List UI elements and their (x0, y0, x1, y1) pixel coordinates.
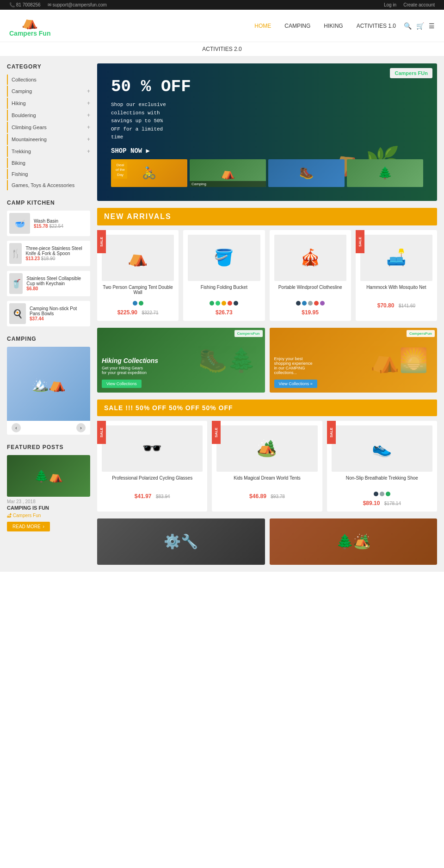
camping-carousel-section: CAMPING 🏔️⛺ ‹ › (7, 336, 90, 435)
email-address: ✉ support@campersfun.com (48, 2, 107, 7)
product-image-0: ⛺ (102, 235, 174, 281)
sale-badge-sp1: SALE (212, 421, 221, 444)
sale-product-image-2: 👟 (332, 425, 432, 472)
main-container: CATEGORY Collections Camping + Hiking + … (0, 56, 444, 572)
sale-product-image-1: 🏕️ (216, 425, 317, 472)
camping-collection-logo: CampersFun (407, 330, 435, 337)
header: ⛺ Campers Fun HOME CAMPING HIKING ACTIVI… (0, 10, 444, 42)
sale-badge-sp0: SALE (97, 421, 106, 444)
sale-badge-sp2: SALE (327, 421, 336, 444)
main-nav: HOME CAMPING HIKING ACTIVITIES 1.0 🔍 🛒 ☰ (249, 19, 435, 33)
hiking-collection-button[interactable]: View Collections (102, 380, 142, 388)
new-arrivals-grid: SALE ⛺ Two Person Camping Tent Double Wa… (97, 230, 437, 321)
sale-product-name-2: Non-Slip Breathable Trekking Shoe (332, 475, 432, 489)
carousel-controls: ‹ › (7, 421, 90, 435)
sidebar-item-trekking[interactable]: Trekking + (7, 146, 90, 157)
logo[interactable]: ⛺ Campers Fun (9, 14, 50, 37)
nav-activities[interactable]: ACTIVITIES 1.0 (351, 19, 401, 33)
sidebar-item-hiking[interactable]: Hiking + (7, 98, 90, 109)
sidebar-item-fishing[interactable]: Fishing (7, 169, 90, 179)
sidebar-item-biking[interactable]: Biking (7, 158, 90, 168)
product-price-0: $225.90 $322.71 (102, 308, 174, 316)
hero-thumb-hiking[interactable]: 🥾 (268, 159, 345, 187)
hiking-collection-banner[interactable]: CampersFun Hiking Collections Get your H… (97, 328, 265, 393)
product-card-2[interactable]: 🎪 Portable Windproof Clothesline $19.95 (270, 230, 351, 321)
plus-icon: + (87, 88, 90, 94)
product-price-1: $26.73 (188, 308, 260, 316)
product-colors-0 (102, 301, 174, 306)
featured-post-image[interactable]: 🌲⛺ (7, 455, 90, 497)
bottom-images: ⚙️🔧 🌲🏕️ (97, 518, 437, 565)
hero-description: Shop our exclusivecollections withsaving… (111, 101, 423, 142)
sale-product-card-2[interactable]: SALE 👟 Non-Slip Breathable Trekking Shoe… (327, 421, 437, 512)
product-card-3[interactable]: SALE 🛋️ Hammock With Mosquito Net $70.80… (356, 230, 437, 321)
plus-icon: + (87, 136, 90, 143)
thumb-label-camping: Camping (190, 181, 266, 187)
bottom-image-1[interactable]: ⚙️🔧 (97, 518, 265, 565)
hero-thumb-outdoor[interactable]: 🌲 (347, 159, 423, 187)
product-card-1[interactable]: 🪣 Fishing Folding Bucket $26.73 (183, 230, 265, 321)
sale-product-image-0: 🕶️ (102, 425, 203, 472)
hero-cta-button[interactable]: SHOP NOW ▶ (111, 147, 150, 155)
post-author: 🏕 Campers Fun (7, 513, 90, 518)
product-colors-1 (188, 301, 260, 306)
sale-badge-3: SALE (356, 230, 364, 253)
sidebar-item-climbing-gears[interactable]: Climbing Gears + (7, 122, 90, 133)
kitchen-info-3: Camping Non-stick Pot Pans Bowls $37.44 (30, 306, 88, 321)
sidebar-item-collections[interactable]: Collections (7, 75, 90, 85)
category-title: CATEGORY (7, 63, 90, 70)
hiking-collection-logo: CampersFun (234, 330, 263, 337)
product-image-3: 🛋️ (360, 235, 432, 281)
hero-banner: 50 % OFF Shop our exclusivecollections w… (97, 63, 437, 201)
login-link[interactable]: Log in (384, 2, 396, 7)
sub-nav[interactable]: ACTIVITIES 2.0 (0, 42, 444, 56)
hero-thumb-1[interactable]: Dealof theDay 🚴 (111, 159, 187, 187)
search-icon[interactable]: 🔍 (404, 22, 412, 30)
new-arrivals-banner: NEW ARRIVALS (97, 208, 437, 225)
camping-carousel-image: 🏔️⛺ (7, 347, 90, 421)
sidebar-item-mountaineering[interactable]: Mountaineering + (7, 134, 90, 145)
carousel-next-button[interactable]: › (76, 423, 86, 432)
read-more-button[interactable]: READ MORE › (7, 522, 50, 531)
sidebar-item-camping[interactable]: Camping + (7, 86, 90, 97)
top-bar-left: 📞 81 7008256 ✉ support@campersfun.com (9, 2, 107, 7)
nav-icons: 🔍 🛒 ☰ (404, 22, 435, 30)
main-content: 50 % OFF Shop our exclusivecollections w… (97, 63, 437, 565)
nav-home[interactable]: HOME (249, 19, 277, 33)
product-image-1: 🪣 (188, 235, 260, 281)
sale-product-card-0[interactable]: SALE 🕶️ Professional Polarized Cycling G… (97, 421, 207, 512)
kitchen-item-1[interactable]: 🍴 Three-piece Stainless Steel Knife & Fo… (7, 241, 90, 266)
bottom-image-2[interactable]: 🌲🏕️ (270, 518, 438, 565)
product-colors-2 (274, 301, 346, 306)
create-account-link[interactable]: Create account (403, 2, 435, 7)
kitchen-item-2[interactable]: 🥤 Stainless Steel Collapsible Cup with K… (7, 271, 90, 296)
camping-collection-banner[interactable]: CampersFun Enjoy your bestshopping exper… (270, 328, 438, 393)
nav-camping[interactable]: CAMPING (279, 19, 316, 33)
logo-icon: ⛺ (22, 14, 38, 30)
hero-thumb-camping[interactable]: Camping ⛺ (190, 159, 266, 187)
nav-hiking[interactable]: HIKING (318, 19, 348, 33)
sale-section-banner: SALE !!! 50% OFF 50% OFF 50% OFF (97, 400, 437, 416)
hiking-collection-title: Hiking Collections (102, 357, 158, 364)
carousel-prev-button[interactable]: ‹ (12, 423, 21, 432)
kitchen-info-0: Wash Basin $15.78 $22.54 (34, 219, 63, 229)
product-image-2: 🎪 (274, 235, 346, 281)
hiking-collection-content: Hiking Collections Get your Hiking Gears… (97, 352, 163, 393)
product-card-0[interactable]: SALE ⛺ Two Person Camping Tent Double Wa… (97, 230, 179, 321)
hero-discount-text: 50 % OFF (111, 77, 423, 96)
plus-icon: + (87, 100, 90, 106)
camping-collection-button[interactable]: View Collections » (274, 380, 317, 388)
cart-icon[interactable]: 🛒 (416, 22, 424, 30)
product-name-3: Hammock With Mosquito Net (360, 285, 432, 299)
sidebar-item-bouldering[interactable]: Bouldering + (7, 110, 90, 121)
sale-product-card-1[interactable]: SALE 🏕️ Kids Magical Dream World Tents $… (212, 421, 322, 512)
product-name-1: Fishing Folding Bucket (188, 285, 260, 299)
menu-icon[interactable]: ☰ (429, 22, 435, 30)
sale-product-price-2: $89.10 $178.14 (332, 499, 432, 507)
product-price-2: $19.95 (274, 308, 346, 316)
kitchen-item-0[interactable]: 🥣 Wash Basin $15.78 $22.54 (7, 211, 90, 236)
plus-icon: + (87, 112, 90, 119)
kitchen-item-3[interactable]: 🍳 Camping Non-stick Pot Pans Bowls $37.4… (7, 301, 90, 326)
sidebar: CATEGORY Collections Camping + Hiking + … (7, 63, 90, 565)
sidebar-item-games[interactable]: Games, Toys & Accessories (7, 180, 90, 190)
